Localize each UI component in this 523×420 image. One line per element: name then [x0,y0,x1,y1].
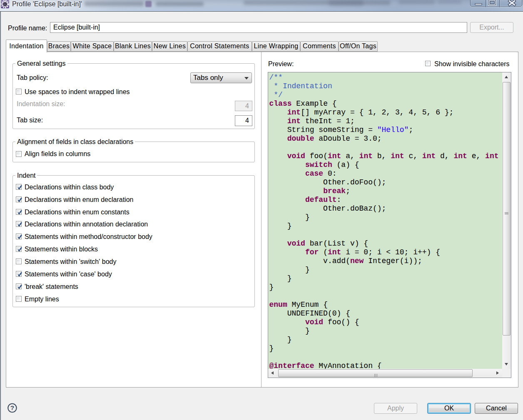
svg-text:?: ? [10,404,14,411]
